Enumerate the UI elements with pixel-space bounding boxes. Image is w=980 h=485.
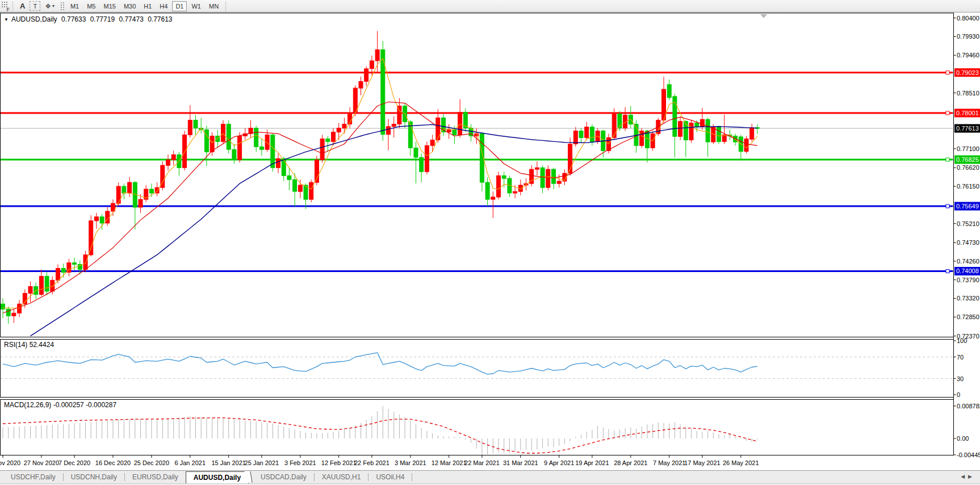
line-handle <box>946 111 949 115</box>
svg-text:7 May 2021: 7 May 2021 <box>653 459 685 466</box>
svg-text:0.77100: 0.77100 <box>957 145 979 152</box>
symbol-ohlc-label[interactable]: ▼AUDUSD,Daily 0.77633 0.77719 0.77473 0.… <box>4 15 175 23</box>
svg-text:0.76150: 0.76150 <box>957 183 979 190</box>
tab-usdcnh-daily[interactable]: USDCNH,Daily <box>64 471 124 483</box>
svg-text:0.008782: 0.008782 <box>957 403 980 409</box>
svg-text:-0.004451: -0.004451 <box>957 451 980 458</box>
svg-text:30: 30 <box>957 375 964 382</box>
svg-text:27 Nov 2020: 27 Nov 2020 <box>24 459 59 466</box>
svg-text:0.79930: 0.79930 <box>957 33 979 40</box>
toolbar: F A T ❖ ▾ M1 M5 M15 M30 H1 H4 D1 W1 MN <box>0 0 980 12</box>
svg-text:31 Mar 2021: 31 Mar 2021 <box>503 459 538 466</box>
svg-text:18 Nov 2020: 18 Nov 2020 <box>0 459 20 466</box>
svg-text:19 Apr 2021: 19 Apr 2021 <box>575 459 609 466</box>
chevron-down-icon: ▾ <box>52 3 55 9</box>
svg-text:0.73320: 0.73320 <box>957 295 979 302</box>
svg-text:0.77613: 0.77613 <box>956 125 979 132</box>
svg-text:16 Dec 2020: 16 Dec 2020 <box>95 459 131 466</box>
svg-text:0.79460: 0.79460 <box>957 52 979 58</box>
svg-text:0.76825: 0.76825 <box>956 156 979 163</box>
timeframe-m15-button[interactable]: M15 <box>100 1 119 11</box>
symbol-tab-bar: USDCHF,Daily USDCNH,Daily EURUSD,Daily A… <box>0 470 980 483</box>
timeframe-h1-button[interactable]: H1 <box>140 1 155 11</box>
timeframe-h4-button[interactable]: H4 <box>156 1 171 11</box>
tab-usdchf-daily[interactable]: USDCHF,Daily <box>3 471 63 483</box>
timeframe-mn-button[interactable]: MN <box>206 1 222 11</box>
timeframe-m5-button[interactable]: M5 <box>83 1 99 11</box>
rsi-label: RSI(14) 52.4424 <box>4 341 54 349</box>
tab-eurusd-daily[interactable]: EURUSD,Daily <box>125 471 186 483</box>
svg-text:22 Feb 2021: 22 Feb 2021 <box>354 459 390 466</box>
tab-divider <box>412 473 412 481</box>
toolbar-separator <box>12 1 13 11</box>
svg-text:0.75649: 0.75649 <box>956 203 979 210</box>
svg-text:0.74730: 0.74730 <box>957 239 979 246</box>
svg-text:12 Feb 2021: 12 Feb 2021 <box>321 459 357 466</box>
tab-usoil-h4[interactable]: USOil,H4 <box>368 471 412 483</box>
timeframe-m1-button[interactable]: M1 <box>67 1 82 11</box>
toolbar-grip-icon[interactable]: F <box>1 1 9 11</box>
tab-audusd-daily[interactable]: AUDUSD,Daily <box>186 471 249 483</box>
svg-text:0.75210: 0.75210 <box>957 220 979 227</box>
tab-usdcad-daily[interactable]: USDCAD,Daily <box>253 471 314 483</box>
svg-text:25 Jan 2021: 25 Jan 2021 <box>245 459 279 466</box>
svg-text:0.80400: 0.80400 <box>957 15 979 22</box>
line-handle <box>946 158 949 161</box>
svg-text:28 Apr 2021: 28 Apr 2021 <box>614 459 647 466</box>
tab-xauusd-h1[interactable]: XAUUSD,H1 <box>315 471 368 483</box>
svg-text:0.00: 0.00 <box>957 435 969 442</box>
chart-canvas[interactable]: 0.804000.799300.794600.785100.771000.766… <box>0 12 980 470</box>
svg-text:17 May 2021: 17 May 2021 <box>684 459 721 466</box>
chart-area: 0.804000.799300.794600.785100.771000.766… <box>0 12 980 470</box>
open-value: 0.77633 <box>61 15 86 23</box>
line-handle <box>946 204 949 208</box>
svg-text:0.78001: 0.78001 <box>956 110 979 116</box>
chart-dropdown-icon[interactable]: ▼ <box>4 17 9 22</box>
high-value: 0.77719 <box>90 15 115 23</box>
svg-text:22 Mar 2021: 22 Mar 2021 <box>464 459 500 466</box>
svg-text:25 Dec 2020: 25 Dec 2020 <box>134 459 169 466</box>
text-label-tool-button[interactable]: A <box>16 1 28 11</box>
svg-text:7 Dec 2020: 7 Dec 2020 <box>58 459 90 466</box>
svg-text:0: 0 <box>957 391 960 398</box>
symbol-label: AUDUSD,Daily <box>11 15 57 23</box>
line-handle <box>946 71 949 74</box>
svg-text:3 Mar 2021: 3 Mar 2021 <box>395 459 426 466</box>
timeframe-d1-button[interactable]: D1 <box>172 1 187 11</box>
svg-text:3 Feb 2021: 3 Feb 2021 <box>284 459 316 466</box>
tab-scroll-arrows[interactable]: ◀▶ <box>961 474 975 479</box>
svg-text:26 May 2021: 26 May 2021 <box>723 459 759 466</box>
text-box-tool-button[interactable]: T <box>30 1 40 11</box>
toolbar-separator <box>225 1 226 11</box>
svg-text:0.73790: 0.73790 <box>957 277 979 283</box>
low-value: 0.77473 <box>119 15 143 23</box>
line-handle <box>946 269 949 273</box>
svg-text:0.79023: 0.79023 <box>956 69 979 76</box>
macd-pane <box>1 400 954 455</box>
svg-text:0.78510: 0.78510 <box>957 90 979 97</box>
svg-text:9 Apr 2021: 9 Apr 2021 <box>544 459 574 466</box>
svg-text:6 Jan 2021: 6 Jan 2021 <box>175 459 206 466</box>
svg-text:0.74008: 0.74008 <box>956 267 979 274</box>
toolbar-grip2-icon[interactable] <box>60 2 65 11</box>
svg-text:0.74260: 0.74260 <box>957 258 979 265</box>
main-pane <box>1 13 954 337</box>
svg-text:70: 70 <box>957 354 964 361</box>
timeframe-w1-button[interactable]: W1 <box>188 1 204 11</box>
timeframe-m30-button[interactable]: M30 <box>120 1 139 11</box>
mt4-window: F A T ❖ ▾ M1 M5 M15 M30 H1 H4 D1 W1 MN 0… <box>0 0 980 485</box>
svg-text:0.72850: 0.72850 <box>957 313 979 320</box>
rsi-pane <box>1 340 954 398</box>
svg-text:12 Mar 2021: 12 Mar 2021 <box>432 459 467 466</box>
shapes-icon: ❖ <box>45 2 51 10</box>
grip-f-label: F <box>7 7 10 12</box>
svg-text:100: 100 <box>957 337 967 344</box>
macd-label: MACD(12,26,9) -0.000257 -0.000287 <box>4 401 116 409</box>
svg-text:15 Jan 2021: 15 Jan 2021 <box>211 459 246 466</box>
close-value: 0.77613 <box>148 15 172 23</box>
svg-text:0.76620: 0.76620 <box>957 164 979 171</box>
shapes-tool-button[interactable]: ❖ ▾ <box>41 1 58 11</box>
